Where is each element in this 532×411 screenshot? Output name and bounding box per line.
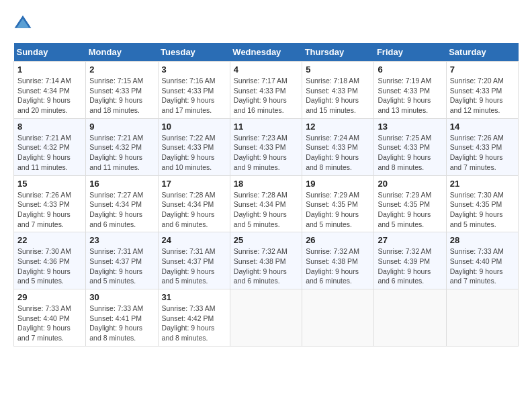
table-row: 7Sunrise: 7:20 AMSunset: 4:33 PMDaylight… <box>446 62 518 119</box>
table-row: 30Sunrise: 7:33 AMSunset: 4:41 PMDayligh… <box>86 289 158 347</box>
table-row: 15Sunrise: 7:26 AMSunset: 4:33 PMDayligh… <box>14 175 86 232</box>
table-row: 24Sunrise: 7:31 AMSunset: 4:37 PMDayligh… <box>158 232 230 289</box>
table-row: 10Sunrise: 7:22 AMSunset: 4:33 PMDayligh… <box>158 118 230 175</box>
table-row: 6Sunrise: 7:19 AMSunset: 4:33 PMDaylight… <box>374 62 446 119</box>
table-row: 17Sunrise: 7:28 AMSunset: 4:34 PMDayligh… <box>158 175 230 232</box>
table-row: 26Sunrise: 7:32 AMSunset: 4:38 PMDayligh… <box>302 232 374 289</box>
calendar-header-row: SundayMondayTuesdayWednesdayThursdayFrid… <box>14 43 519 62</box>
table-row: 11Sunrise: 7:23 AMSunset: 4:33 PMDayligh… <box>230 118 302 175</box>
table-row: 8Sunrise: 7:21 AMSunset: 4:32 PMDaylight… <box>14 118 86 175</box>
table-row: 22Sunrise: 7:30 AMSunset: 4:36 PMDayligh… <box>14 232 86 289</box>
table-row: 14Sunrise: 7:26 AMSunset: 4:33 PMDayligh… <box>446 118 518 175</box>
table-row: 13Sunrise: 7:25 AMSunset: 4:33 PMDayligh… <box>374 118 446 175</box>
logo <box>13 13 35 32</box>
table-row: 9Sunrise: 7:21 AMSunset: 4:32 PMDaylight… <box>86 118 158 175</box>
calendar-table: SundayMondayTuesdayWednesdayThursdayFrid… <box>13 43 519 347</box>
calendar-week-3: 22Sunrise: 7:30 AMSunset: 4:36 PMDayligh… <box>14 232 519 289</box>
col-header-thursday: Thursday <box>302 43 374 62</box>
col-header-monday: Monday <box>86 43 158 62</box>
table-row: 21Sunrise: 7:30 AMSunset: 4:35 PMDayligh… <box>446 175 518 232</box>
table-row: 16Sunrise: 7:27 AMSunset: 4:34 PMDayligh… <box>86 175 158 232</box>
table-row: 4Sunrise: 7:17 AMSunset: 4:33 PMDaylight… <box>230 62 302 119</box>
table-row: 20Sunrise: 7:29 AMSunset: 4:35 PMDayligh… <box>374 175 446 232</box>
table-row: 27Sunrise: 7:32 AMSunset: 4:39 PMDayligh… <box>374 232 446 289</box>
table-row <box>302 289 374 347</box>
table-row: 3Sunrise: 7:16 AMSunset: 4:33 PMDaylight… <box>158 62 230 119</box>
table-row: 18Sunrise: 7:28 AMSunset: 4:34 PMDayligh… <box>230 175 302 232</box>
table-row: 2Sunrise: 7:15 AMSunset: 4:33 PMDaylight… <box>86 62 158 119</box>
col-header-friday: Friday <box>374 43 446 62</box>
calendar-week-1: 8Sunrise: 7:21 AMSunset: 4:32 PMDaylight… <box>14 118 519 175</box>
col-header-saturday: Saturday <box>446 43 518 62</box>
table-row: 31Sunrise: 7:33 AMSunset: 4:42 PMDayligh… <box>158 289 230 347</box>
table-row: 12Sunrise: 7:24 AMSunset: 4:33 PMDayligh… <box>302 118 374 175</box>
col-header-sunday: Sunday <box>14 43 86 62</box>
table-row: 19Sunrise: 7:29 AMSunset: 4:35 PMDayligh… <box>302 175 374 232</box>
calendar-week-2: 15Sunrise: 7:26 AMSunset: 4:33 PMDayligh… <box>14 175 519 232</box>
col-header-tuesday: Tuesday <box>158 43 230 62</box>
table-row <box>230 289 302 347</box>
col-header-wednesday: Wednesday <box>230 43 302 62</box>
table-row: 23Sunrise: 7:31 AMSunset: 4:37 PMDayligh… <box>86 232 158 289</box>
table-row <box>374 289 446 347</box>
table-row: 1Sunrise: 7:14 AMSunset: 4:34 PMDaylight… <box>14 62 86 119</box>
table-row: 5Sunrise: 7:18 AMSunset: 4:33 PMDaylight… <box>302 62 374 119</box>
calendar-week-4: 29Sunrise: 7:33 AMSunset: 4:40 PMDayligh… <box>14 289 519 347</box>
table-row: 25Sunrise: 7:32 AMSunset: 4:38 PMDayligh… <box>230 232 302 289</box>
table-row: 28Sunrise: 7:33 AMSunset: 4:40 PMDayligh… <box>446 232 518 289</box>
logo-icon <box>13 13 32 32</box>
table-row <box>446 289 518 347</box>
calendar-week-0: 1Sunrise: 7:14 AMSunset: 4:34 PMDaylight… <box>14 62 519 119</box>
table-row: 29Sunrise: 7:33 AMSunset: 4:40 PMDayligh… <box>14 289 86 347</box>
page-header <box>13 13 519 32</box>
